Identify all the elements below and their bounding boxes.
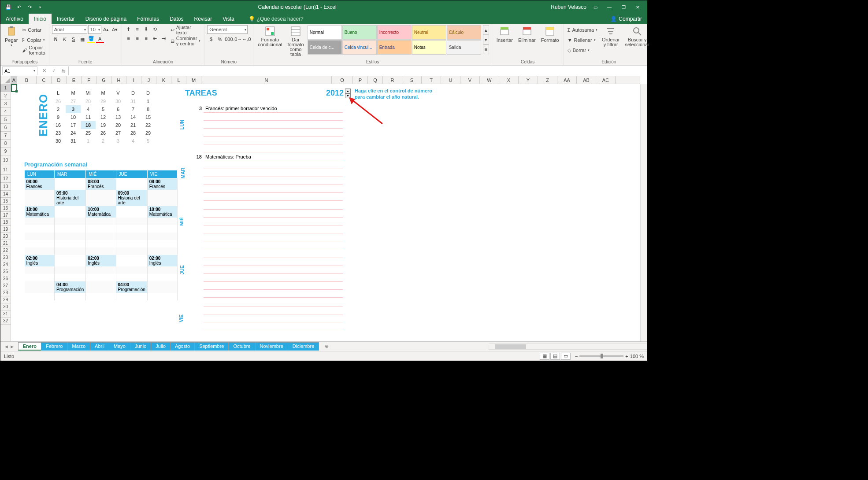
currency-icon[interactable]: $ <box>207 35 215 43</box>
col-header-K[interactable]: K <box>156 76 171 84</box>
row-header-15[interactable]: 15 <box>0 198 11 205</box>
tell-me-search[interactable]: 💡¿Qué desea hacer? <box>249 16 304 22</box>
formula-bar[interactable] <box>68 66 647 75</box>
spreadsheet-grid[interactable]: ABCDEFGHIJKLMNOPQRSTUVWXYZAAABAC 1234567… <box>0 76 647 341</box>
name-box[interactable]: A1 <box>2 66 37 75</box>
align-right-icon[interactable]: ≡ <box>142 34 150 42</box>
col-header-I[interactable]: I <box>126 76 141 84</box>
col-header-E[interactable]: E <box>67 76 82 84</box>
row-header-22[interactable]: 22 <box>0 247 11 254</box>
fill-color-button[interactable]: 🪣 <box>87 35 95 43</box>
cut-button[interactable]: ✂Cortar <box>21 25 46 35</box>
dec-decimal-icon[interactable]: ←.0 <box>242 35 250 43</box>
delete-cells-button[interactable]: Eliminar <box>516 25 538 44</box>
select-all-corner[interactable] <box>0 76 11 84</box>
cell-style-8[interactable]: Notas <box>412 40 446 55</box>
underline-button[interactable]: S <box>70 35 78 43</box>
row-header-27[interactable]: 27 <box>0 282 11 289</box>
col-header-W[interactable]: W <box>480 76 499 84</box>
close-icon[interactable]: ✕ <box>632 3 643 11</box>
col-header-X[interactable]: X <box>499 76 519 84</box>
col-header-O[interactable]: O <box>332 76 353 84</box>
italic-button[interactable]: K <box>61 35 69 43</box>
tab-vista[interactable]: Vista <box>217 14 239 24</box>
cell-style-9[interactable]: Salida <box>447 40 481 55</box>
row-header-16[interactable]: 16 <box>0 205 11 212</box>
col-header-A[interactable]: A <box>11 76 17 84</box>
row-header-24[interactable]: 24 <box>0 261 11 268</box>
col-header-C[interactable]: C <box>37 76 52 84</box>
col-header-M[interactable]: M <box>186 76 201 84</box>
redo-icon[interactable]: ↷ <box>26 4 33 11</box>
clear-button[interactable]: ◇Borrar▾ <box>567 45 598 55</box>
align-center-icon[interactable]: ≡ <box>134 34 141 42</box>
col-header-R[interactable]: R <box>383 76 402 84</box>
align-top-icon[interactable]: ⬆ <box>125 25 133 33</box>
gallery-down-icon[interactable]: ▾ <box>483 35 489 44</box>
cell-style-4[interactable]: Cálculo <box>447 25 481 40</box>
col-header-AB[interactable]: AB <box>577 76 596 84</box>
col-header-F[interactable]: F <box>82 76 96 84</box>
row-header-23[interactable]: 23 <box>0 254 11 261</box>
font-size-combo[interactable]: 10 <box>88 25 101 34</box>
col-header-Y[interactable]: Y <box>519 76 538 84</box>
row-header-12[interactable]: 12 <box>0 175 11 183</box>
cell-styles-gallery[interactable]: NormalBuenoIncorrectoNeutralCálculoCelda… <box>308 25 481 55</box>
row-header-9[interactable]: 9 <box>0 148 11 155</box>
spinner-up-button[interactable]: ▲ <box>345 89 351 93</box>
cell-style-0[interactable]: Normal <box>308 25 342 40</box>
col-header-T[interactable]: T <box>422 76 441 84</box>
cell-style-5[interactable]: Celda de c... <box>308 40 342 55</box>
cell-style-6[interactable]: Celda vincul... <box>342 40 377 55</box>
row-header-18[interactable]: 18 <box>0 219 11 226</box>
tab-diseño de página[interactable]: Diseño de página <box>80 14 132 24</box>
sheet-tab-diciembre[interactable]: Diciembre <box>288 342 319 351</box>
percent-icon[interactable]: % <box>216 35 224 43</box>
page-break-view-icon[interactable]: ▭ <box>561 353 571 360</box>
row-header-11[interactable]: 11 <box>0 165 11 175</box>
cell-style-3[interactable]: Neutral <box>412 25 446 40</box>
tab-revisar[interactable]: Revisar <box>189 14 218 24</box>
grow-font-icon[interactable]: A▴ <box>102 26 110 33</box>
sheet-tab-marzo[interactable]: Marzo <box>67 342 91 351</box>
row-header-32[interactable]: 32 <box>0 318 11 325</box>
sheet-tab-noviembre[interactable]: Noviembre <box>255 342 288 351</box>
col-header-V[interactable]: V <box>460 76 480 84</box>
indent-dec-icon[interactable]: ⇤ <box>151 34 159 42</box>
conditional-format-button[interactable]: Formato condicional <box>256 25 284 48</box>
orientation-icon[interactable]: ⟲ <box>151 25 159 33</box>
cell-style-2[interactable]: Incorrecto <box>377 25 412 40</box>
undo-icon[interactable]: ↶ <box>15 4 22 11</box>
row-header-4[interactable]: 4 <box>0 108 11 116</box>
sheet-tab-julio[interactable]: Julio <box>151 342 171 351</box>
row-header-5[interactable]: 5 <box>0 116 11 124</box>
fx-icon[interactable]: fx <box>59 66 68 75</box>
format-table-button[interactable]: Dar formato como tabla <box>286 25 305 58</box>
page-layout-view-icon[interactable]: ▤ <box>550 353 560 360</box>
copy-button[interactable]: ⎘Copiar▾ <box>21 35 46 45</box>
number-format-combo[interactable]: General <box>207 25 248 34</box>
thousands-icon[interactable]: 000 <box>225 35 233 43</box>
col-header-AC[interactable]: AC <box>596 76 616 84</box>
row-headers[interactable]: 1234567891011121314151617181920212223242… <box>0 84 11 341</box>
gallery-up-icon[interactable]: ▴ <box>483 25 489 35</box>
border-button[interactable]: ▦ <box>78 35 86 43</box>
zoom-slider[interactable] <box>579 355 623 357</box>
sheet-tab-junio[interactable]: Junio <box>130 342 151 351</box>
row-header-6[interactable]: 6 <box>0 124 11 132</box>
insert-cells-button[interactable]: Insertar <box>495 25 515 44</box>
row-header-10[interactable]: 10 <box>0 155 11 165</box>
sheet-tab-octubre[interactable]: Octubre <box>228 342 255 351</box>
zoom-out-button[interactable]: − <box>575 354 578 359</box>
minimize-icon[interactable]: — <box>604 3 615 11</box>
row-header-20[interactable]: 20 <box>0 233 11 240</box>
ribbon-options-icon[interactable]: ▭ <box>590 3 601 11</box>
col-header-P[interactable]: P <box>353 76 368 84</box>
format-cells-button[interactable]: Formato <box>539 25 561 44</box>
col-header-L[interactable]: L <box>171 76 186 84</box>
column-headers[interactable]: ABCDEFGHIJKLMNOPQRSTUVWXYZAAABAC <box>11 76 640 84</box>
sheet-tab-agosto[interactable]: Agosto <box>170 342 195 351</box>
gallery-more-icon[interactable]: ≡ <box>483 44 489 54</box>
tab-datos[interactable]: Datos <box>164 14 189 24</box>
col-header-AA[interactable]: AA <box>557 76 577 84</box>
